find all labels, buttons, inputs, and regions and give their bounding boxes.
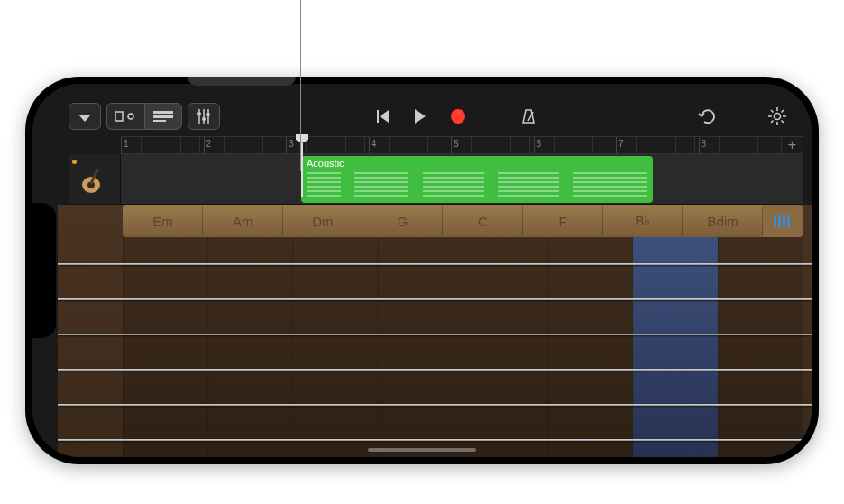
svg-rect-21	[774, 215, 776, 227]
svg-rect-23	[783, 215, 785, 227]
callout-line	[300, 0, 301, 171]
bar-label: 5	[454, 139, 459, 149]
play-button[interactable]	[404, 103, 436, 130]
autoplay-selector[interactable]	[763, 205, 803, 237]
metronome-button[interactable]	[512, 103, 545, 130]
playhead[interactable]	[296, 134, 308, 143]
svg-line-15	[782, 121, 784, 124]
chord-button-f[interactable]: F	[523, 205, 603, 237]
app-screen: 1 2 3 4 5 6 7 8 + Acoustic	[32, 84, 812, 457]
guitar-icon	[78, 163, 111, 196]
record-icon	[451, 109, 465, 124]
bar-label: 4	[372, 139, 377, 149]
timeline-ruler[interactable]: 1 2 3 4 5 6 7 8 +	[121, 136, 803, 154]
track-view-button[interactable]	[106, 103, 144, 130]
bar-label: 8	[702, 139, 707, 149]
chord-button-c[interactable]: C	[443, 205, 523, 237]
notch	[32, 203, 56, 338]
chord-button-dm[interactable]: Dm	[283, 205, 363, 237]
bar-label: 7	[619, 139, 624, 149]
bar-label: 3	[289, 139, 294, 149]
home-indicator[interactable]	[368, 448, 476, 452]
phone-frame: 1 2 3 4 5 6 7 8 + Acoustic	[25, 77, 819, 464]
bar-label: 2	[206, 139, 212, 149]
region-label: Acoustic	[301, 156, 653, 170]
chord-button-g[interactable]: G	[362, 205, 443, 237]
go-to-start-button[interactable]	[366, 103, 399, 130]
svg-point-1	[128, 114, 133, 119]
svg-point-6	[202, 117, 206, 121]
mixer-button[interactable]	[188, 103, 220, 130]
string-4[interactable]	[58, 369, 812, 371]
view-toggle-group	[106, 103, 182, 130]
toolbar	[69, 98, 794, 134]
svg-rect-24	[787, 215, 790, 227]
chord-button-em[interactable]: Em	[123, 205, 203, 237]
record-armed-indicator	[72, 160, 77, 164]
midi-region[interactable]: Acoustic	[301, 156, 653, 203]
undo-button[interactable]	[691, 103, 723, 130]
chord-button-am[interactable]: Am	[203, 205, 283, 237]
svg-rect-22	[778, 215, 781, 227]
midi-notes-preview	[307, 172, 647, 199]
track-row: Acoustic	[69, 154, 803, 205]
browser-menu-button[interactable]	[69, 103, 101, 130]
svg-rect-2	[153, 111, 173, 114]
region-view-button[interactable]	[144, 103, 182, 130]
track-header[interactable]	[69, 154, 121, 204]
svg-rect-4	[153, 120, 166, 122]
chord-button-bdim[interactable]: Bdim	[683, 205, 763, 237]
bar-label: 1	[124, 139, 129, 149]
svg-rect-3	[153, 115, 173, 118]
record-button[interactable]	[442, 103, 474, 130]
svg-line-14	[771, 110, 774, 113]
fretboard: Em Am Dm G C F B♭ Bdim	[58, 205, 812, 457]
settings-button[interactable]	[761, 103, 794, 130]
string-2[interactable]	[58, 298, 812, 300]
svg-rect-0	[115, 112, 123, 121]
chord-button-bb[interactable]: B♭	[603, 205, 683, 237]
string-5[interactable]	[58, 404, 812, 406]
string-3[interactable]	[58, 334, 812, 335]
bar-label: 6	[537, 139, 542, 149]
svg-line-17	[782, 110, 784, 113]
svg-point-7	[206, 113, 210, 116]
string-1[interactable]	[58, 263, 812, 265]
svg-point-5	[197, 112, 201, 115]
chord-strip: Em Am Dm G C F B♭ Bdim	[123, 205, 803, 237]
string-6[interactable]	[58, 439, 812, 441]
add-section-button[interactable]: +	[781, 137, 803, 153]
svg-line-16	[771, 121, 774, 124]
svg-point-9	[775, 114, 781, 120]
strings[interactable]	[58, 237, 812, 457]
